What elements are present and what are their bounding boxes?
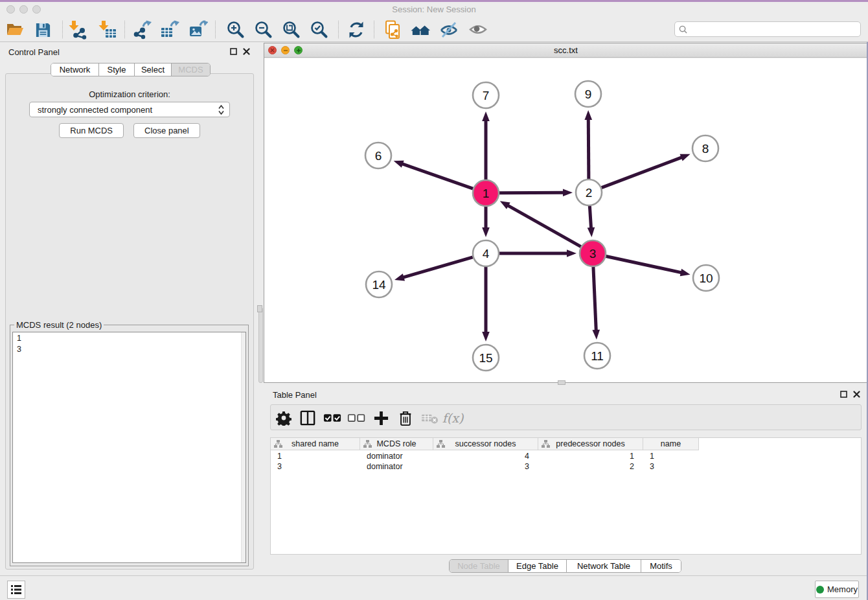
table-settings-button[interactable] — [274, 408, 293, 428]
table-cell[interactable]: 3 — [643, 461, 699, 472]
import-network-button[interactable] — [68, 20, 87, 40]
edge-4-14[interactable] — [402, 257, 473, 278]
table-cell[interactable]: dominator — [360, 451, 433, 461]
table-tab-node-table[interactable]: Node Table — [450, 560, 508, 572]
criterion-dropdown[interactable]: strongly connected component — [29, 102, 230, 117]
graph-node-2[interactable]: 2 — [576, 179, 602, 205]
control-panel-scrollbar[interactable] — [258, 307, 263, 383]
edge-3-10[interactable] — [606, 256, 683, 273]
list-icon — [10, 584, 22, 595]
export-table-button[interactable] — [160, 20, 179, 40]
checked-boxes-icon — [323, 410, 342, 426]
column-header-MCDS-role[interactable]: MCDS role — [360, 438, 433, 450]
close-panel-button[interactable] — [243, 48, 250, 55]
network-window-titlebar[interactable]: scc.txt — [264, 43, 867, 58]
table-tab-network-table[interactable]: Network Table — [566, 560, 641, 572]
save-session-button[interactable] — [33, 20, 52, 40]
edge-2-9[interactable] — [588, 118, 589, 179]
column-header-successor-nodes[interactable]: successor nodes — [433, 438, 538, 450]
svg-text:14: 14 — [372, 278, 386, 292]
edge-2-8[interactable] — [602, 157, 683, 188]
edge-2-3[interactable] — [589, 206, 591, 229]
function-builder-button[interactable]: f(x) — [443, 408, 463, 428]
network-canvas[interactable]: 7968124314101511 — [264, 58, 867, 382]
table-cell[interactable]: 3 — [271, 461, 360, 472]
graph-node-15[interactable]: 15 — [473, 345, 499, 371]
table-tab-edge-table[interactable]: Edge Table — [508, 560, 566, 572]
memory-button[interactable]: Memory — [815, 581, 859, 598]
show-all-button[interactable] — [468, 20, 488, 40]
run-mcds-button[interactable]: Run MCDS — [59, 123, 124, 138]
table-cell[interactable]: 4 — [433, 451, 538, 461]
main-toolbar — [0, 17, 868, 42]
edge-3-11[interactable] — [593, 267, 596, 332]
float-table-panel-button[interactable] — [840, 391, 847, 398]
mcds-panel: Optimization criterion: strongly connect… — [5, 73, 254, 570]
window-title: Session: New Session — [0, 5, 868, 14]
table-cell[interactable]: 1 — [538, 451, 643, 461]
column-header-name[interactable]: name — [643, 438, 699, 450]
select-all-button[interactable] — [323, 408, 342, 428]
clone-network-button[interactable] — [383, 20, 402, 40]
add-row-button[interactable] — [371, 408, 391, 428]
app-titlebar: Session: New Session — [0, 2, 868, 17]
memory-label: Memory — [827, 584, 858, 594]
tab-style[interactable]: Style — [98, 63, 134, 76]
table-cell[interactable]: 1 — [643, 451, 699, 461]
graph-node-6[interactable]: 6 — [365, 143, 391, 168]
tab-network[interactable]: Network — [51, 63, 98, 76]
tab-mcds[interactable]: MCDS — [171, 63, 210, 76]
open-session-button[interactable] — [5, 20, 25, 40]
tab-select[interactable]: Select — [134, 63, 171, 76]
table-cell[interactable]: 2 — [538, 461, 643, 472]
clear-all-button[interactable] — [347, 408, 366, 428]
edge-3-1[interactable] — [507, 205, 580, 247]
svg-text:6: 6 — [375, 149, 382, 163]
graph-node-14[interactable]: 14 — [366, 271, 392, 297]
search-input[interactable] — [687, 25, 856, 34]
svg-text:4: 4 — [483, 247, 490, 260]
edge-1-2[interactable] — [499, 192, 565, 193]
float-panel-button[interactable] — [230, 48, 237, 55]
refresh-button[interactable] — [347, 20, 366, 40]
table-cell[interactable]: dominator — [360, 461, 433, 472]
table-cell[interactable]: 1 — [271, 451, 360, 461]
export-image-button[interactable] — [188, 20, 208, 40]
delete-row-button[interactable] — [396, 408, 415, 428]
mcds-result-text[interactable]: 13 — [12, 332, 246, 563]
table-row[interactable]: 3dominator323 — [271, 461, 699, 472]
zoom-out-button[interactable] — [254, 20, 273, 40]
export-network-button[interactable] — [132, 20, 152, 40]
column-header-shared-name[interactable]: shared name — [271, 438, 360, 450]
graph-node-1[interactable]: 1 — [473, 180, 499, 206]
graph-node-3[interactable]: 3 — [580, 240, 606, 266]
delete-table-button[interactable] — [420, 408, 440, 428]
show-columns-button[interactable] — [298, 408, 317, 428]
table-row[interactable]: 1dominator411 — [271, 451, 699, 461]
close-table-panel-button[interactable] — [853, 391, 860, 398]
vertical-splitter-handle[interactable] — [257, 305, 262, 312]
horizontal-splitter-handle[interactable] — [558, 380, 565, 385]
graph-node-11[interactable]: 11 — [584, 343, 610, 369]
zoom-fit-button[interactable] — [282, 20, 301, 40]
import-table-button[interactable] — [98, 20, 117, 40]
graph-node-9[interactable]: 9 — [575, 81, 601, 107]
table-cell[interactable]: 3 — [433, 461, 538, 472]
close-panel-button-2[interactable]: Close panel — [133, 123, 200, 138]
graph-node-10[interactable]: 10 — [693, 265, 719, 291]
table-tab-motifs[interactable]: Motifs — [641, 560, 681, 572]
edge-1-6[interactable] — [401, 163, 473, 189]
home-button[interactable] — [411, 20, 430, 40]
mcds-result-group: MCDS result (2 nodes) 13 — [10, 325, 249, 566]
hide-selected-button[interactable] — [439, 20, 459, 40]
column-header-predecessor-nodes[interactable]: predecessor nodes — [538, 438, 643, 450]
zoom-selected-button[interactable] — [310, 20, 329, 40]
search-box[interactable] — [674, 21, 861, 37]
graph-node-4[interactable]: 4 — [473, 240, 499, 266]
task-history-button[interactable] — [7, 581, 25, 599]
graph-node-7[interactable]: 7 — [473, 82, 499, 108]
network-view-window: scc.txt 7968124314101511 — [264, 43, 867, 383]
graph-node-8[interactable]: 8 — [692, 135, 718, 161]
zoom-in-button[interactable] — [226, 20, 246, 40]
result-scrollbar[interactable] — [241, 332, 246, 562]
